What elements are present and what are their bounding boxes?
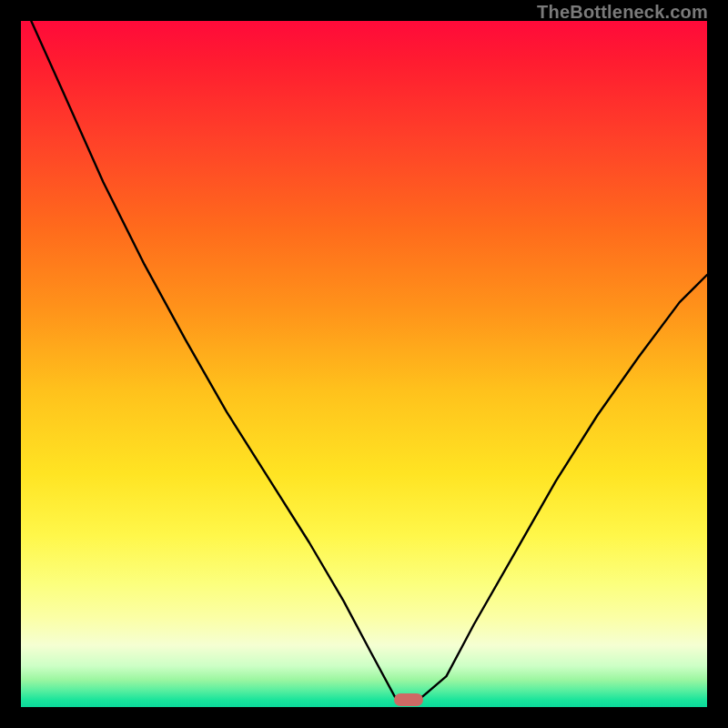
optimal-marker (394, 693, 423, 706)
plot-area (21, 21, 707, 707)
chart-frame: TheBottleneck.com (0, 0, 728, 728)
watermark-text: TheBottleneck.com (537, 2, 708, 23)
bottleneck-curve (21, 21, 707, 707)
